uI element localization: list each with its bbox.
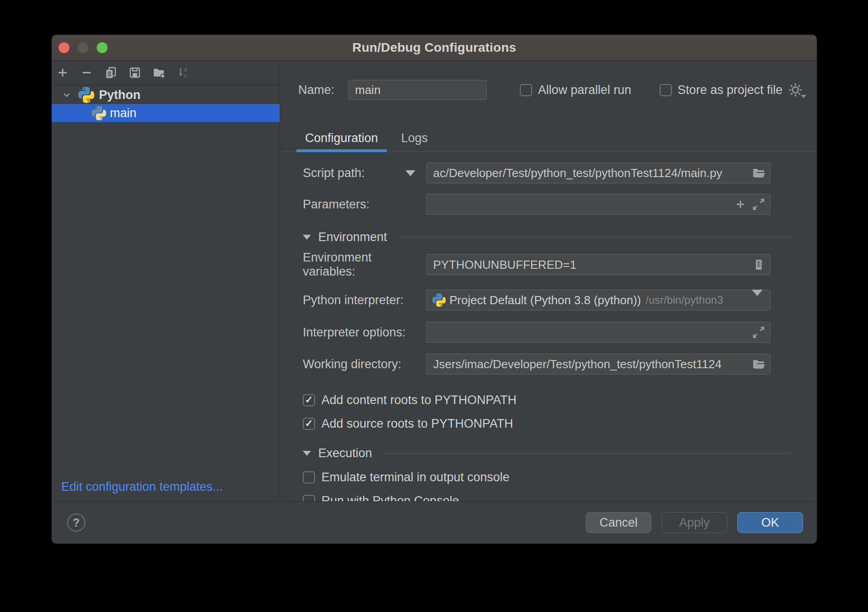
store-options-gear-button[interactable] — [788, 83, 803, 97]
execution-section-header[interactable]: Execution — [280, 443, 817, 463]
configurations-sidebar: a z — [52, 61, 280, 501]
editor-tabs: Configuration Logs — [280, 123, 817, 152]
working-directory-label: Working directory: — [280, 357, 426, 371]
new-folder-icon[interactable] — [152, 66, 166, 79]
script-path-field — [426, 163, 770, 183]
close-window-button[interactable] — [59, 42, 69, 53]
python-icon — [78, 87, 94, 103]
add-source-roots-label: Add source roots to PYTHONPATH — [321, 417, 513, 431]
name-field — [348, 80, 487, 100]
allow-parallel-run-label: Allow parallel run — [538, 83, 631, 97]
script-path-input[interactable] — [427, 166, 770, 180]
browse-variables-icon[interactable] — [752, 258, 765, 271]
interpreter-path-hint: /usr/bin/python3 — [646, 294, 723, 306]
browse-folder-icon[interactable] — [752, 357, 765, 371]
section-divider — [381, 453, 792, 454]
collapse-arrow-icon — [303, 451, 311, 456]
name-label: Name: — [298, 83, 348, 97]
allow-parallel-run-checkbox[interactable] — [520, 84, 532, 96]
dialog-footer: ? Cancel Apply OK — [52, 501, 817, 543]
interpreter-value: Project Default (Python 3.8 (python)) — [449, 293, 641, 307]
copy-configuration-icon[interactable] — [104, 66, 118, 79]
chevron-down-icon[interactable] — [62, 90, 72, 100]
zoom-window-button[interactable] — [97, 42, 108, 53]
checkmark-icon: ✓ — [305, 395, 313, 405]
run-with-python-console-label: Run with Python Console — [321, 494, 459, 502]
section-divider — [396, 237, 792, 237]
dialog-title: Run/Debug Configurations — [352, 40, 516, 55]
configuration-form: Script path: — [280, 152, 817, 501]
environment-variables-label: Environment variables: — [280, 251, 426, 279]
sidebar-toolbar: a z — [52, 61, 280, 85]
ok-button[interactable]: OK — [737, 512, 803, 533]
svg-text:a: a — [184, 66, 187, 73]
tree-item-python-group[interactable]: Python — [52, 86, 280, 104]
run-debug-configurations-dialog: Run/Debug Configurations — [51, 35, 817, 544]
browse-folder-icon[interactable] — [752, 166, 765, 180]
add-configuration-icon[interactable] — [56, 66, 69, 79]
store-as-project-file-checkbox[interactable] — [660, 84, 672, 96]
working-directory-field — [426, 354, 770, 375]
tab-logs[interactable]: Logs — [393, 124, 437, 152]
python-interpreter-select[interactable]: Project Default (Python 3.8 (python)) /u… — [426, 290, 770, 311]
minimize-window-button — [78, 42, 89, 53]
script-path-label: Script path: — [280, 166, 395, 180]
parameters-field — [426, 194, 770, 215]
interpreter-options-input[interactable] — [427, 326, 770, 340]
python-interpreter-label: Python interpreter: — [280, 293, 426, 307]
run-with-python-console-checkbox[interactable] — [303, 495, 315, 502]
apply-button: Apply — [661, 512, 727, 533]
svg-text:z: z — [184, 72, 187, 79]
insert-macro-plus-icon[interactable] — [734, 197, 747, 211]
add-content-roots-checkbox[interactable]: ✓ — [303, 394, 315, 406]
parameters-input[interactable] — [427, 197, 770, 212]
dropdown-arrow-icon — [405, 170, 415, 176]
parameters-label: Parameters: — [280, 197, 426, 212]
screen: Run/Debug Configurations — [0, 0, 868, 612]
checkmark-icon: ✓ — [305, 419, 313, 429]
add-source-roots-checkbox[interactable]: ✓ — [303, 418, 315, 430]
expand-field-icon[interactable] — [752, 197, 765, 211]
sort-configurations-icon: a z — [176, 66, 190, 79]
environment-variables-input[interactable] — [427, 258, 770, 272]
emulate-terminal-checkbox[interactable] — [303, 471, 315, 484]
script-path-type-dropdown[interactable] — [395, 170, 426, 176]
configurations-tree: Python main — [52, 86, 280, 122]
python-icon — [92, 106, 106, 120]
tree-item-python-label: Python — [99, 88, 141, 102]
remove-configuration-icon[interactable] — [80, 66, 94, 79]
save-configuration-icon[interactable] — [128, 66, 142, 79]
select-caret-icon — [752, 296, 763, 304]
working-directory-input[interactable] — [427, 357, 770, 371]
store-as-project-file-label: Store as project file — [678, 83, 783, 97]
expand-field-icon[interactable] — [752, 326, 765, 339]
cancel-button[interactable]: Cancel — [586, 512, 651, 533]
python-icon — [432, 293, 446, 307]
gear-dropdown-arrow-icon — [801, 95, 806, 98]
name-input[interactable] — [349, 83, 486, 97]
execution-section-title: Execution — [318, 446, 372, 460]
tree-item-main-label: main — [110, 106, 137, 120]
environment-variables-field — [426, 254, 770, 275]
interpreter-options-label: Interpreter options: — [280, 326, 426, 340]
dialog-titlebar[interactable]: Run/Debug Configurations — [52, 35, 817, 61]
add-content-roots-label: Add content roots to PYTHONPATH — [321, 393, 517, 407]
traffic-lights — [59, 35, 108, 60]
edit-configuration-templates-link[interactable]: Edit configuration templates... — [61, 480, 223, 494]
environment-section-header[interactable]: Environment — [280, 227, 817, 247]
help-button[interactable]: ? — [67, 513, 85, 532]
tab-configuration[interactable]: Configuration — [296, 124, 387, 152]
tree-item-main-selected[interactable]: main — [52, 104, 280, 122]
environment-section-title: Environment — [318, 230, 387, 244]
collapse-arrow-icon — [303, 235, 311, 240]
configuration-editor-panel: Name: Allow parallel run Store as projec… — [280, 61, 817, 501]
question-mark-icon: ? — [73, 516, 79, 529]
interpreter-options-field — [426, 322, 770, 343]
emulate-terminal-label: Emulate terminal in output console — [321, 470, 509, 484]
